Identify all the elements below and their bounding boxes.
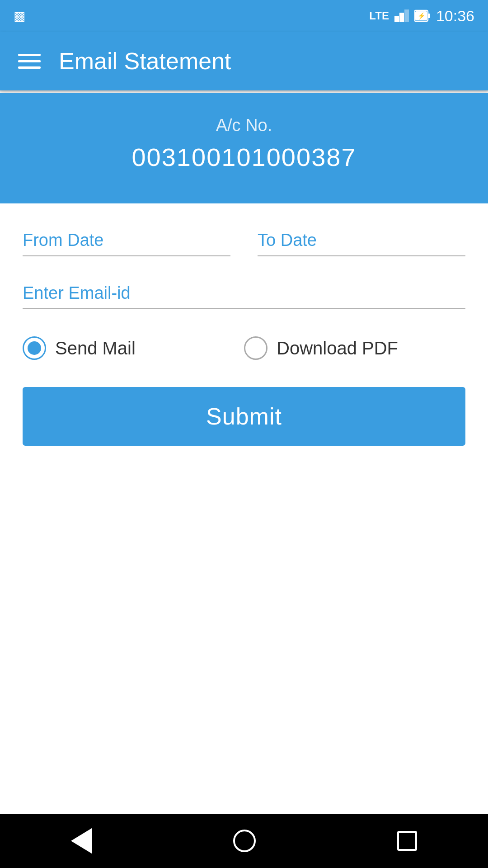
from-date-underline bbox=[23, 255, 230, 256]
form-section: From Date To Date Enter Email-id Send Ma… bbox=[0, 203, 488, 464]
account-section: A/c No. 003100101000387 bbox=[0, 93, 488, 203]
radio-group: Send Mail Download PDF bbox=[23, 336, 465, 360]
home-icon bbox=[233, 830, 256, 852]
email-label[interactable]: Enter Email-id bbox=[23, 283, 465, 303]
sd-card-icon: ▩ bbox=[14, 9, 25, 24]
svg-marker-1 bbox=[399, 13, 404, 22]
status-bar-right: LTE ⚡ 10:36 bbox=[369, 7, 474, 25]
bottom-nav bbox=[0, 814, 488, 868]
date-row: From Date To Date bbox=[23, 231, 465, 256]
back-icon bbox=[71, 828, 92, 854]
send-mail-option[interactable]: Send Mail bbox=[23, 336, 244, 360]
from-date-label: From Date bbox=[23, 231, 230, 250]
menu-button[interactable] bbox=[18, 54, 41, 69]
download-pdf-option[interactable]: Download PDF bbox=[244, 336, 465, 360]
app-bar: Email Statement bbox=[0, 32, 488, 90]
signal-icon bbox=[394, 9, 409, 22]
email-field-container: Enter Email-id bbox=[23, 283, 465, 309]
lte-label: LTE bbox=[369, 9, 389, 22]
from-date-field: From Date bbox=[23, 231, 230, 256]
battery-icon: ⚡ bbox=[414, 9, 431, 22]
status-time: 10:36 bbox=[436, 7, 474, 25]
recent-button[interactable] bbox=[397, 831, 417, 851]
send-mail-label: Send Mail bbox=[55, 338, 136, 359]
account-number: 003100101000387 bbox=[18, 142, 470, 172]
to-date-underline bbox=[258, 255, 465, 256]
home-button[interactable] bbox=[233, 830, 256, 852]
svg-text:⚡: ⚡ bbox=[417, 12, 425, 20]
svg-rect-4 bbox=[428, 14, 430, 18]
submit-button[interactable]: Submit bbox=[23, 387, 465, 446]
page-title: Email Statement bbox=[59, 47, 231, 75]
to-date-label: To Date bbox=[258, 231, 465, 250]
account-label: A/c No. bbox=[18, 116, 470, 135]
to-date-field: To Date bbox=[258, 231, 465, 256]
status-bar: ▩ LTE ⚡ 10:36 bbox=[0, 0, 488, 32]
svg-marker-2 bbox=[404, 9, 409, 22]
status-bar-left: ▩ bbox=[14, 9, 25, 24]
recent-icon bbox=[397, 831, 417, 851]
email-underline bbox=[23, 308, 465, 309]
download-pdf-radio[interactable] bbox=[244, 336, 267, 360]
back-button[interactable] bbox=[71, 828, 92, 854]
send-mail-radio[interactable] bbox=[23, 336, 46, 360]
download-pdf-label: Download PDF bbox=[277, 338, 398, 359]
svg-marker-0 bbox=[394, 16, 399, 22]
